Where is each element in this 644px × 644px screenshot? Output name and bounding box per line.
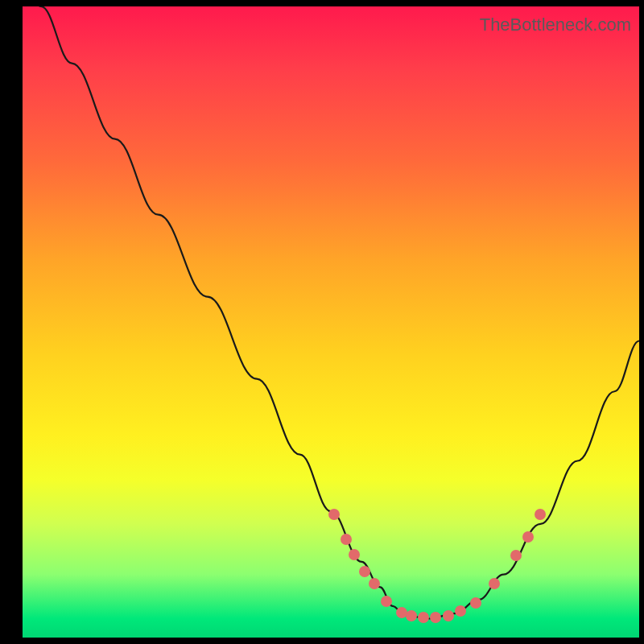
watermark-text: TheBottleneck.com <box>480 14 631 35</box>
data-point <box>369 578 380 589</box>
data-point <box>430 612 441 623</box>
curve-layer <box>23 6 639 638</box>
data-point <box>455 605 466 617</box>
data-point <box>328 509 340 520</box>
data-point <box>341 534 352 545</box>
data-point <box>470 597 481 609</box>
data-point <box>522 531 534 543</box>
data-point <box>349 549 360 560</box>
chart-area: TheBottleneck.com <box>23 6 639 638</box>
data-point <box>418 612 429 623</box>
data-point <box>510 550 522 561</box>
data-point <box>406 610 417 621</box>
data-point <box>535 509 546 520</box>
data-point <box>443 610 454 621</box>
data-point <box>381 596 392 607</box>
data-point <box>489 578 500 589</box>
data-point <box>359 566 370 577</box>
bottleneck-curve <box>23 6 639 618</box>
